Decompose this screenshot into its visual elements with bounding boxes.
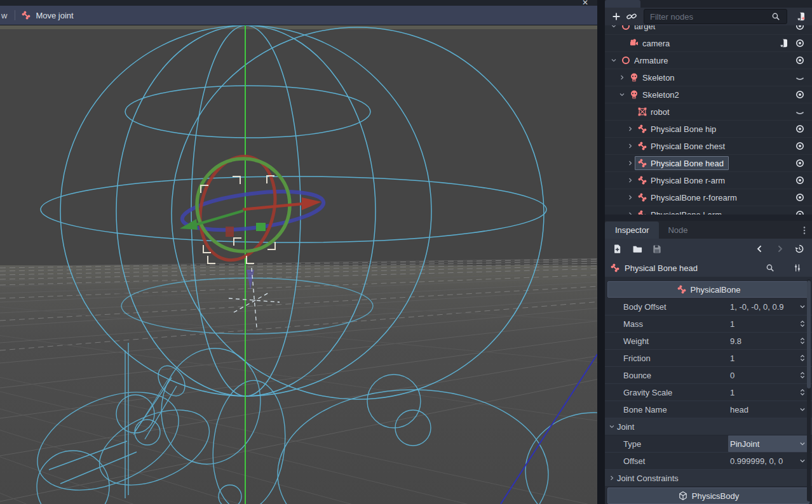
property-value-text: 0 [728,371,797,380]
save-resource-icon[interactable] [650,244,664,254]
tree-item-armature[interactable]: Armature [605,52,812,69]
property-value-bone-name[interactable]: head [728,401,808,418]
tree-item-physicalbone-l-arm[interactable]: PhysicalBone l-arm [605,206,812,215]
expander-closed-icon[interactable] [625,142,635,150]
tree-item-content: Physical Bone chest [635,139,730,153]
add-node-icon[interactable] [609,11,624,22]
tree-item-content: Physical Bone hip [635,122,721,136]
expander-closed-icon[interactable] [625,176,635,184]
expander-closed-icon[interactable] [625,194,635,201]
tree-item-physical-bone-hip[interactable]: Physical Bone hip [605,121,812,138]
expander-closed-icon[interactable] [617,74,626,81]
tree-item-content: Physical Bone head [635,156,729,170]
tree-item-label: Skeleton [642,73,675,83]
tree-item-physicalbone-r-forearm[interactable]: PhysicalBone r-forearm [605,189,812,206]
expander-open-icon[interactable] [617,91,626,98]
tree-item-robot[interactable]: robot [605,103,812,121]
tree-item-label: Physical Bone head [651,159,724,168]
category-physicalbone[interactable]: PhysicalBone [607,281,809,298]
bone-icon [637,124,647,134]
3d-viewport[interactable]: ✕ w Move joint [0,0,597,504]
property-label: Friction [605,354,651,363]
visibility-on-icon[interactable] [792,158,808,168]
filter-nodes-input[interactable] [644,12,768,22]
visibility-on-icon[interactable] [792,175,808,185]
attach-script-icon[interactable] [794,11,809,22]
bone-icon [610,263,620,273]
expander-open-icon[interactable] [609,25,618,30]
property-value-text: 1, -0, -0, 0, 0.9 [728,302,797,312]
bone-icon [637,158,647,168]
edit-history-icon[interactable] [792,244,806,254]
scene-tree-toolbar [605,8,812,25]
expander-open-icon[interactable] [607,423,617,430]
camera-icon [629,38,639,48]
tree-item-skeleton[interactable]: Skeleton [605,69,812,86]
property-type: TypePinJoint [605,435,812,453]
expander-closed-icon[interactable] [625,159,635,167]
property-value-mass[interactable]: 1 [728,315,808,332]
category-label: PhysicalBone [691,285,741,295]
inspector-properties: PhysicalBoneBody Offset1, -0, -0, 0, 0.9… [605,277,812,504]
property-label: Bone Name [605,405,667,414]
property-value-body-offset[interactable]: 1, -0, -0, 0, 0.9 [728,298,808,315]
viewport-canvas[interactable] [0,25,597,504]
tree-item-physical-bone-chest[interactable]: Physical Bone chest [605,138,812,155]
property-label: Body Offset [605,302,667,312]
visibility-on-icon[interactable] [792,90,808,100]
visibility-off-icon[interactable] [792,72,808,83]
property-value-type[interactable]: PinJoint [728,435,808,452]
inspector-options-icon[interactable] [793,263,802,272]
scene-tree-list: targetcameraArmatureSkeletonSkeleton2rob… [605,25,812,215]
property-value-gravity-scale[interactable]: 1 [728,384,808,401]
group-joint[interactable]: Joint [605,418,812,435]
category-physicsbody[interactable]: PhysicsBody [607,487,809,504]
bone-icon [21,10,31,20]
visibility-on-icon[interactable] [792,192,808,202]
tree-item-target[interactable]: target [605,25,812,35]
tree-item-label: target [634,25,655,31]
filter-properties-icon[interactable] [766,263,775,272]
group-joint-constraints[interactable]: Joint Constraints [605,470,812,487]
expander-open-icon[interactable] [609,56,618,64]
property-value-offset[interactable]: 0.999999, 0, 0 [728,453,808,469]
tree-item-physical-bone-head[interactable]: Physical Bone head [605,155,812,172]
visibility-on-icon[interactable] [792,25,808,31]
inspector-scrollbar[interactable] [807,279,811,501]
visibility-on-icon[interactable] [792,209,808,215]
property-value-text: head [728,405,797,414]
expander-closed-icon[interactable] [607,474,617,482]
new-resource-icon[interactable] [611,244,625,254]
visibility-on-icon[interactable] [792,141,808,151]
property-value-text: 1 [728,388,797,397]
property-mass: Mass1 [605,315,812,333]
tree-item-camera[interactable]: camera [605,35,812,52]
load-resource-icon[interactable] [630,244,644,254]
property-value-friction[interactable]: 1 [728,350,808,366]
tree-item-skeleton2[interactable]: Skeleton2 [605,86,812,103]
tree-item-label: PhysicalBone r-forearm [651,193,737,202]
panel-divider[interactable] [605,215,812,221]
instance-link-icon[interactable] [624,11,639,22]
property-gravity-scale: Gravity Scale1 [605,384,812,401]
tree-item-physical-bone-r-arm[interactable]: Physical Bone r-arm [605,172,812,189]
dock-menu-icon[interactable] [799,225,809,235]
property-value-text: 1 [728,319,797,329]
script-icon[interactable] [776,38,792,48]
visibility-on-icon[interactable] [792,55,808,65]
property-value-bounce[interactable]: 0 [728,367,808,383]
tab-inspector[interactable]: Inspector [605,222,659,239]
scene-dock-tab[interactable] [605,0,640,8]
tree-item-content: Physical Bone r-arm [635,173,730,187]
visibility-on-icon[interactable] [792,124,808,134]
view-menu-partial[interactable]: w [1,11,7,20]
history-back-icon[interactable] [753,244,767,254]
visibility-on-icon[interactable] [792,38,808,48]
visibility-off-icon[interactable] [792,107,808,117]
property-value-weight[interactable]: 9.8 [728,333,808,349]
tree-item-content: PhysicalBone r-forearm [635,190,742,204]
property-label: Mass [605,319,643,329]
mesh-icon [637,107,647,117]
expander-closed-icon[interactable] [625,125,635,133]
tab-node[interactable]: Node [659,222,696,239]
